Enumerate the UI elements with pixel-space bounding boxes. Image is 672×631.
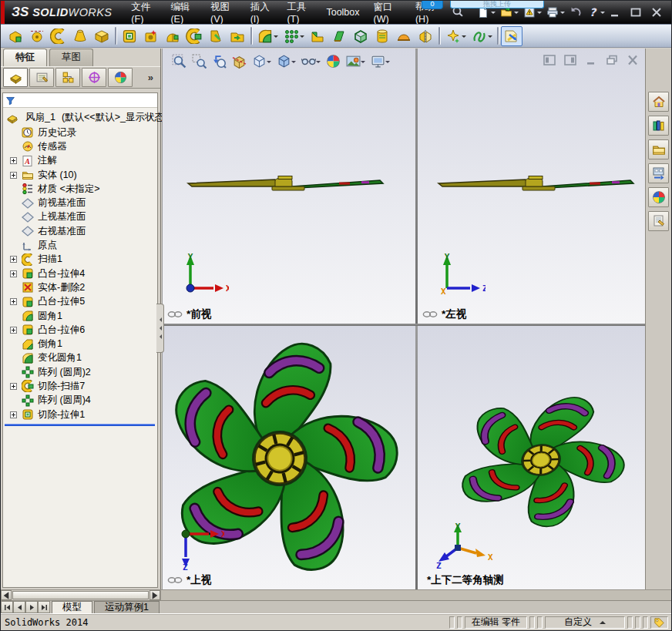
appearances-scenes-tab[interactable]	[648, 187, 669, 207]
tree-item[interactable]: 圆角1	[3, 309, 157, 323]
zoom-to-fit-button[interactable]	[170, 52, 188, 70]
expander-icon[interactable]	[10, 298, 17, 305]
status-custom-dropdown[interactable]: 自定义	[545, 616, 625, 629]
tree-item[interactable]: 传感器	[3, 139, 157, 153]
previous-view-button[interactable]	[210, 52, 228, 70]
panel-overflow-button[interactable]: »	[143, 72, 158, 83]
restore-button[interactable]	[628, 6, 643, 18]
panel-splitter[interactable]	[156, 304, 164, 353]
panel-tab[interactable]: 特征	[3, 49, 47, 66]
tree-item[interactable]: 前视基准面	[3, 196, 157, 210]
doc-minimize-button[interactable]	[585, 55, 597, 65]
hide-show-items-button[interactable]	[300, 52, 322, 70]
split-view-right-button[interactable]	[564, 55, 576, 65]
fillet-button[interactable]	[254, 26, 281, 46]
tree-item[interactable]: 历史记录	[3, 126, 157, 139]
lofted-cut-button[interactable]	[205, 26, 227, 46]
minimize-button[interactable]	[607, 6, 623, 18]
panel-tab[interactable]: 草图	[49, 49, 93, 66]
menu-item[interactable]: Toolbox	[319, 2, 366, 22]
tree-item[interactable]: 倒角1	[3, 337, 157, 351]
viewport-top[interactable]: X Z *上视	[163, 326, 415, 589]
propertymanager-tab[interactable]	[29, 68, 54, 87]
rib-button[interactable]	[307, 26, 328, 46]
expander-icon[interactable]	[10, 383, 17, 390]
tree-item[interactable]: 材质 <未指定>	[3, 182, 157, 196]
viewport-front[interactable]: Y X *前视	[163, 49, 415, 324]
extruded-boss-button[interactable]	[5, 26, 26, 46]
scroll-right-icon[interactable]	[150, 590, 160, 600]
tree-item[interactable]: 实体-删除2	[3, 280, 157, 294]
mirror-button[interactable]	[415, 26, 436, 46]
section-view-button[interactable]	[230, 52, 248, 70]
tree-filter-bar[interactable]	[3, 93, 157, 108]
expander-icon[interactable]	[10, 157, 17, 164]
tree-item[interactable]: 凸台-拉伸5	[3, 295, 157, 309]
dimxpertmanager-tab[interactable]	[82, 68, 106, 87]
display-style-button[interactable]	[275, 52, 297, 70]
toolbar-button[interactable]	[115, 27, 116, 45]
tree-root-item[interactable]: 风扇_1 (默认<<默认>_显示状态	[3, 110, 157, 126]
expander-icon[interactable]	[10, 327, 17, 334]
tree-item[interactable]: 实体 (10)	[3, 168, 157, 182]
study-tab[interactable]: 运动算例1	[94, 601, 160, 613]
scroll-left-icon[interactable]	[1, 590, 12, 600]
swept-cut-button[interactable]	[183, 26, 205, 46]
apply-scene-button[interactable]	[344, 52, 367, 70]
tree-item[interactable]: 阵列 (圆周)4	[3, 394, 157, 408]
toolbar-button[interactable]	[497, 27, 499, 45]
help-button[interactable]: ?	[584, 5, 607, 20]
tree-item[interactable]: 右视基准面	[3, 224, 157, 238]
shell-button[interactable]	[350, 26, 371, 46]
tab-prev-button[interactable]	[13, 601, 25, 613]
tree-item[interactable]: 上视基准面	[3, 210, 157, 224]
tree-item[interactable]: 变化圆角1	[3, 351, 157, 365]
curves-button[interactable]	[469, 26, 495, 46]
tab-first-button[interactable]	[1, 601, 13, 613]
doc-close-button[interactable]	[627, 55, 639, 65]
rollback-bar[interactable]	[5, 424, 155, 426]
dome-button[interactable]	[393, 26, 415, 46]
boundary-boss-button[interactable]	[91, 26, 113, 46]
panel-horizontal-scrollbar[interactable]	[1, 590, 161, 600]
reference-geometry-button[interactable]	[442, 26, 469, 46]
split-view-left-button[interactable]	[543, 55, 556, 65]
tab-next-button[interactable]	[25, 601, 38, 613]
expander-icon[interactable]	[10, 270, 17, 277]
instant3d-button[interactable]	[501, 26, 522, 46]
revolved-cut-button[interactable]	[162, 26, 183, 46]
tree-item[interactable]: 切除-扫描7	[3, 379, 157, 393]
design-library-tab[interactable]	[648, 116, 669, 136]
featuremanager-tab[interactable]	[3, 68, 28, 87]
file-explorer-tab[interactable]	[648, 139, 669, 159]
view-orientation-button[interactable]	[250, 52, 273, 70]
tree-item[interactable]: 原点	[3, 238, 157, 252]
zoom-to-area-button[interactable]	[190, 52, 208, 70]
custom-properties-tab[interactable]	[648, 211, 669, 231]
solidworks-resources-tab[interactable]	[648, 92, 669, 112]
view-palette-tab[interactable]	[648, 163, 669, 183]
print-button[interactable]	[544, 5, 567, 20]
toolbar-button[interactable]	[250, 27, 252, 45]
tree-item[interactable]: 阵列 (圆周)2	[3, 365, 157, 379]
scrollbar-thumb[interactable]	[12, 591, 149, 599]
viewport-left[interactable]: Y Z X *左视	[418, 49, 645, 324]
tab-last-button[interactable]	[38, 601, 50, 613]
undo-button[interactable]	[567, 5, 584, 20]
view-settings-button[interactable]	[369, 52, 391, 70]
edit-appearance-button[interactable]	[324, 52, 342, 70]
toolbar-button[interactable]	[438, 27, 440, 45]
tree-item[interactable]: A 注解	[3, 154, 157, 168]
displaymanager-tab[interactable]	[108, 68, 133, 87]
revolved-boss-button[interactable]	[26, 26, 48, 46]
expander-icon[interactable]	[10, 172, 17, 179]
close-button[interactable]	[649, 6, 664, 18]
tree-item[interactable]: 凸台-拉伸6	[3, 323, 157, 337]
tags-button[interactable]	[650, 616, 668, 629]
viewport-isometric[interactable]: Y Z X *上下二等角轴测	[418, 326, 645, 589]
lofted-boss-button[interactable]	[69, 26, 91, 46]
hole-wizard-button[interactable]	[140, 26, 162, 46]
draft-button[interactable]	[328, 26, 350, 46]
pattern-button[interactable]	[281, 26, 307, 46]
tree-item[interactable]: 凸台-拉伸4	[3, 267, 157, 280]
